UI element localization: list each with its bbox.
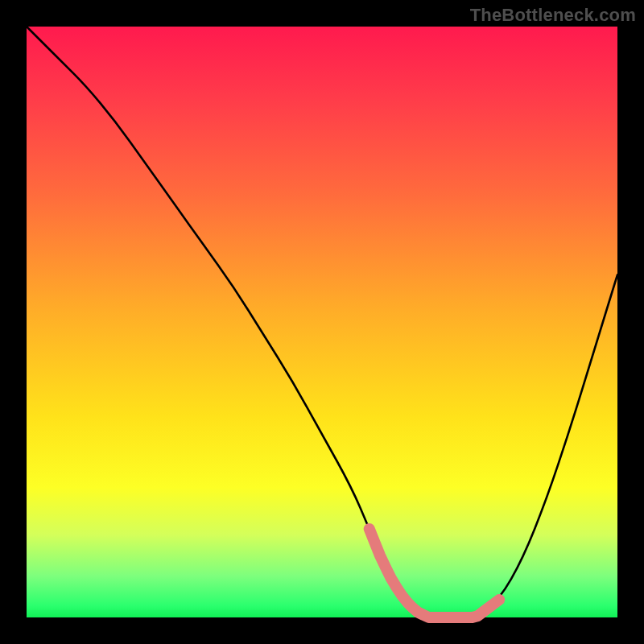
chart-svg [27, 27, 617, 617]
watermark: TheBottleneck.com [470, 5, 636, 26]
bottleneck-curve [27, 27, 617, 617]
chart-canvas: TheBottleneck.com [0, 0, 644, 644]
plateau-highlight [369, 529, 500, 617]
